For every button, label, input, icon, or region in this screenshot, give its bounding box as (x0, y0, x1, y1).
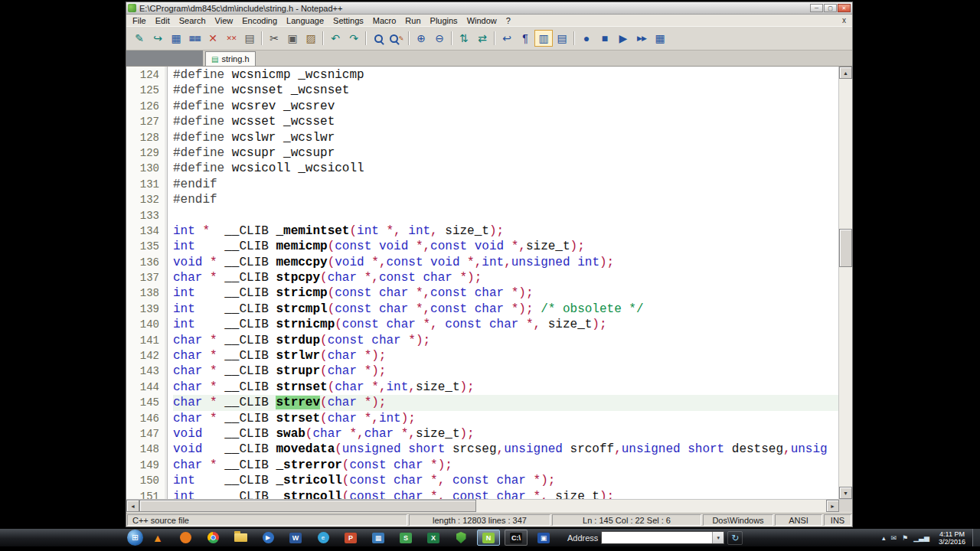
redo-icon[interactable]: ↷ (345, 30, 363, 47)
macro-stop-icon[interactable]: ■ (596, 30, 614, 47)
menu-settings[interactable]: Settings (328, 16, 368, 25)
menu-encoding[interactable]: Encoding (237, 16, 282, 25)
indent-guide-icon[interactable]: ▥ (534, 30, 553, 47)
word-icon[interactable]: W (284, 530, 307, 546)
find-icon[interactable] (369, 30, 387, 47)
start-button[interactable]: ⊞ (127, 530, 143, 546)
code-line-146[interactable]: char * __CLIB strset(char *,int); (173, 411, 838, 426)
chrome-icon[interactable] (201, 530, 224, 546)
code-line-126[interactable]: #define wcsrev _wcsrev (173, 99, 838, 114)
undo-icon[interactable]: ↶ (326, 30, 345, 47)
scroll-down-arrow-icon[interactable]: ▼ (839, 487, 852, 499)
paste-icon[interactable]: ▨ (302, 30, 320, 47)
code-line-125[interactable]: #define wcsnset _wcsnset (173, 83, 838, 98)
tray-mail-icon[interactable]: ✉ (891, 534, 897, 542)
new-file-icon[interactable]: ✎ (130, 30, 149, 47)
code-line-136[interactable]: void * __CLIB memccpy(void *,const void … (173, 255, 838, 270)
code-line-127[interactable]: #define wcsset _wcsset (173, 114, 838, 129)
show-desktop-button[interactable] (972, 529, 980, 546)
code-line-142[interactable]: char * __CLIB strlwr(char *); (173, 348, 838, 364)
close-button[interactable]: ✕ (838, 4, 851, 12)
menu-plugins[interactable]: Plugins (426, 16, 462, 25)
close-all-icon[interactable]: ✕✕ (222, 30, 240, 47)
code-line-149[interactable]: char * __CLIB _strerror(const char *); (173, 458, 838, 473)
scroll-up-arrow-icon[interactable]: ▲ (839, 67, 852, 79)
zoom-out-icon[interactable]: ⊖ (430, 30, 449, 47)
tray-network-icon[interactable]: ▁▃▅ (913, 534, 929, 542)
excel-icon[interactable]: X (422, 530, 445, 546)
zoom-in-icon[interactable]: ⊕ (412, 30, 430, 47)
macro-save-icon[interactable]: ▦ (651, 30, 669, 47)
menu-run[interactable]: Run (400, 16, 425, 25)
maximize-button[interactable]: ▢ (824, 4, 837, 12)
code-line-150[interactable]: int __CLIB _stricoll(const char *, const… (173, 473, 838, 488)
vertical-scroll-thumb[interactable] (839, 229, 852, 267)
menu-edit[interactable]: Edit (151, 16, 175, 25)
tray-flag-icon[interactable]: ⚑ (902, 534, 908, 542)
minimize-button[interactable]: ─ (810, 4, 823, 12)
code-line-124[interactable]: #define wcsnicmp _wcsnicmp (173, 67, 838, 83)
explorer-folder-icon[interactable] (229, 530, 252, 546)
title-bar[interactable]: E:\CProgram\dm845c\dm\include\string.h -… (126, 2, 852, 15)
obscured-tab[interactable] (126, 51, 203, 66)
copy-icon[interactable]: ▣ (283, 30, 302, 47)
code-line-129[interactable]: #define wcsupr _wcsupr (173, 145, 838, 161)
vertical-scrollbar[interactable]: ▲ ▼ (838, 67, 852, 499)
show-all-characters-icon[interactable]: ¶ (516, 30, 534, 47)
code-area[interactable]: #define wcsnicmp _wcsnicmp#define wcsnse… (168, 67, 838, 499)
blue-app-icon[interactable]: ▣ (532, 530, 555, 546)
code-line-133[interactable] (173, 208, 838, 223)
menu-macro[interactable]: Macro (368, 16, 401, 25)
menu-language[interactable]: Language (282, 16, 328, 25)
code-line-147[interactable]: void __CLIB swab(char *,char *,size_t); (173, 426, 838, 442)
scroll-left-arrow-icon[interactable]: ◄ (126, 500, 139, 512)
address-input[interactable] (602, 533, 712, 543)
antivirus-shield-icon[interactable] (449, 530, 472, 546)
save-file-icon[interactable]: ▦ (167, 30, 185, 47)
sync-horizontal-icon[interactable]: ⇄ (473, 30, 492, 47)
powerpoint-icon[interactable]: P (339, 530, 362, 546)
horizontal-scrollbar[interactable]: ◄ ► (126, 499, 852, 513)
code-line-151[interactable]: int __CLIB _strncoll(const char *, const… (173, 489, 838, 499)
code-line-144[interactable]: char * __CLIB strnset(char *,int,size_t)… (173, 380, 838, 395)
save-all-icon[interactable]: ▦▦ (185, 30, 204, 47)
code-line-143[interactable]: char * __CLIB strupr(char *); (173, 364, 838, 379)
horizontal-scroll-thumb[interactable] (139, 500, 476, 512)
tab-string-h[interactable]: ▤ string.h (205, 51, 256, 66)
scroll-right-arrow-icon[interactable]: ► (826, 500, 839, 512)
menu-search[interactable]: Search (175, 16, 211, 25)
firefox-icon[interactable] (174, 530, 197, 546)
menu-file[interactable]: File (128, 16, 151, 25)
menu-window[interactable]: Window (462, 16, 501, 25)
media-player-icon[interactable]: ▶ (256, 530, 279, 546)
command-prompt-icon[interactable]: C:\ (505, 530, 528, 546)
code-line-132[interactable]: #endif (173, 192, 838, 207)
taskbar-clock[interactable]: 4:11 PM 3/2/2016 (934, 530, 972, 546)
menu-help[interactable]: ? (501, 16, 515, 25)
address-go-icon[interactable]: ↻ (727, 531, 743, 545)
word-wrap-icon[interactable]: ↩ (498, 30, 516, 47)
close-file-icon[interactable]: ✕ (204, 30, 222, 47)
macro-run-multiple-icon[interactable]: ▶▶ (632, 30, 651, 47)
cut-icon[interactable]: ✂ (265, 30, 283, 47)
code-line-139[interactable]: int __CLIB strcmpl(const char *,const ch… (173, 302, 838, 317)
code-line-141[interactable]: char * __CLIB strdup(const char *); (173, 333, 838, 348)
code-line-138[interactable]: int __CLIB stricmp(const char *,const ch… (173, 285, 838, 301)
address-dropdown-icon[interactable]: ▾ (712, 532, 724, 543)
open-file-icon[interactable]: ↪ (149, 30, 167, 47)
hidden-icons-chevron[interactable]: ▴ (882, 534, 886, 542)
code-line-135[interactable]: int __CLIB memicmp(const void *,const vo… (173, 239, 838, 254)
macro-play-icon[interactable]: ▶ (614, 30, 632, 47)
code-line-137[interactable]: char * __CLIB stpcpy(char *,const char *… (173, 270, 838, 285)
code-line-140[interactable]: int __CLIB strnicmp(const char *, const … (173, 317, 838, 332)
print-icon[interactable]: ▤ (240, 30, 259, 47)
code-line-148[interactable]: void __CLIB movedata(unsigned short srcs… (173, 442, 838, 457)
vlc-icon[interactable]: ▲ (146, 530, 169, 546)
code-line-145[interactable]: char * __CLIB strrev(char *); (173, 395, 838, 410)
sync-vertical-icon[interactable]: ⇅ (455, 30, 473, 47)
internet-explorer-icon[interactable]: e (312, 530, 335, 546)
menu-view[interactable]: View (211, 16, 238, 25)
macro-record-icon[interactable]: ● (577, 30, 596, 47)
menubar-close-icon[interactable]: x (836, 16, 852, 24)
code-line-128[interactable]: #define wcslwr _wcslwr (173, 130, 838, 145)
